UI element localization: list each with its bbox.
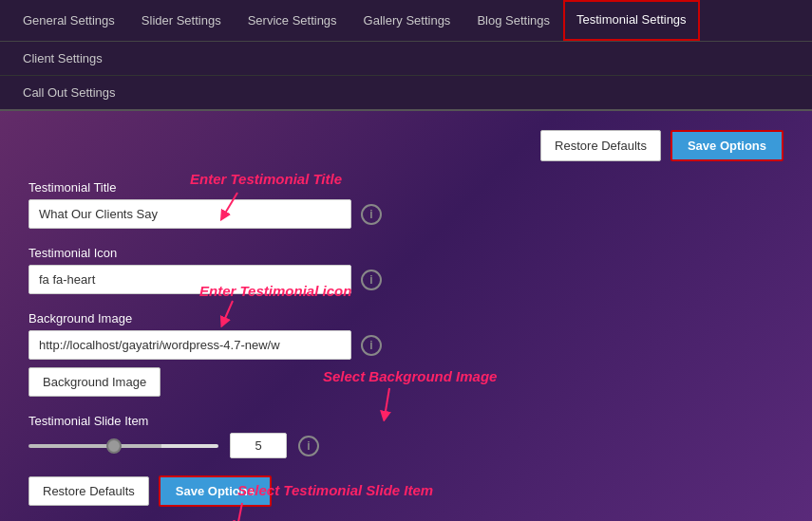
testimonial-title-section: Testimonial Title i [28, 180, 784, 229]
slide-item-slider[interactable] [28, 444, 218, 448]
bottom-buttons-row: Restore Defaults Save Options [28, 475, 784, 507]
slide-item-section: Testimonial Slide Item i [28, 414, 784, 458]
testimonial-icon-section: Testimonial Icon i [28, 246, 784, 294]
form-wrapper: Enter Testimonial Title Testimonial Titl… [28, 180, 784, 507]
nav-client-settings[interactable]: Client Settings [9, 42, 116, 75]
nav-general-settings[interactable]: General Settings [9, 0, 128, 41]
restore-defaults-button-top[interactable]: Restore Defaults [540, 130, 661, 161]
nav-gallery-settings[interactable]: Gallery Settings [350, 0, 464, 41]
third-navigation: Call Out Settings [0, 76, 812, 111]
testimonial-icon-label: Testimonial Icon [28, 246, 784, 260]
testimonial-title-info-icon[interactable]: i [361, 204, 382, 225]
background-image-input[interactable] [28, 330, 351, 360]
background-image-row: i [28, 330, 784, 360]
nav-slider-settings[interactable]: Slider Settings [128, 0, 235, 41]
save-options-button-top[interactable]: Save Options [670, 130, 784, 161]
background-image-label: Background Image [28, 311, 784, 326]
slide-item-label: Testimonial Slide Item [28, 414, 784, 428]
restore-defaults-button-bottom[interactable]: Restore Defaults [28, 476, 149, 506]
testimonial-icon-input[interactable] [28, 265, 351, 294]
slide-item-value-input[interactable] [230, 433, 287, 458]
second-navigation: Client Settings [0, 42, 812, 76]
background-image-button[interactable]: Background Image [28, 367, 161, 397]
nav-service-settings[interactable]: Service Settings [235, 0, 350, 41]
testimonial-icon-row: i [28, 265, 784, 294]
nav-callout-settings[interactable]: Call Out Settings [9, 76, 129, 109]
testimonial-title-row: i [28, 199, 784, 229]
save-options-button-bottom[interactable]: Save Options [159, 475, 272, 507]
slide-item-row: i [28, 433, 784, 458]
testimonial-icon-info-icon[interactable]: i [361, 270, 382, 290]
nav-blog-settings[interactable]: Blog Settings [463, 0, 563, 41]
background-image-info-icon[interactable]: i [361, 335, 382, 356]
slide-item-info-icon[interactable]: i [298, 436, 319, 456]
bg-image-button-wrapper: Background Image [28, 367, 784, 397]
testimonial-title-input[interactable] [28, 199, 351, 229]
top-buttons-row: Restore Defaults Save Options [28, 130, 784, 161]
nav-testimonial-settings[interactable]: Testimonial Settings [563, 0, 700, 41]
testimonial-title-label: Testimonial Title [28, 180, 784, 195]
main-content: Restore Defaults Save Options Enter Test… [0, 111, 812, 521]
top-navigation: General Settings Slider Settings Service… [0, 0, 812, 42]
background-image-section: Background Image i Background Image [28, 311, 784, 397]
